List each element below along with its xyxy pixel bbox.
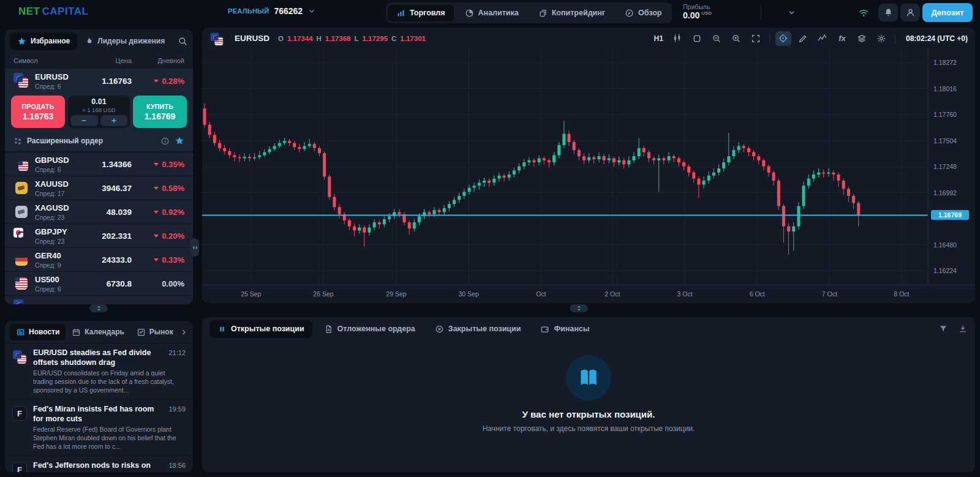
watchlist-resize-handle[interactable]: [89, 304, 108, 312]
layout-button[interactable]: [689, 31, 705, 46]
tab-copytrading[interactable]: Копитрейдинг: [530, 5, 614, 21]
chart-type-button[interactable]: [669, 31, 685, 46]
patterns-button[interactable]: [815, 31, 831, 46]
change: 0.92%: [162, 208, 184, 217]
watchlist-row-eurusd[interactable]: EURUSDСпред: 6 1.16763 0.28%: [5, 69, 193, 93]
buy-button[interactable]: КУПИТЬ 1.16769: [133, 96, 187, 128]
tab-closed-positions[interactable]: Закрытые позиции: [427, 320, 529, 338]
price-axis[interactable]: 1.16769 1.182721.180161.177601.175041.17…: [931, 49, 975, 285]
zoom-in-icon: [731, 34, 741, 43]
draw-button[interactable]: [795, 31, 811, 46]
chart-resize-handle[interactable]: [570, 304, 588, 312]
zoom-in-button[interactable]: [728, 31, 744, 46]
advanced-order-label[interactable]: Расширенный ордер: [27, 137, 103, 145]
timeframe-button[interactable]: H1: [652, 31, 666, 46]
close-circle-icon: [435, 325, 444, 334]
date-axis-label: 25 Sep: [236, 290, 266, 298]
symbol: GBPUSD: [35, 156, 78, 165]
column-price: Цена: [78, 57, 132, 64]
tab-news[interactable]: Новости: [10, 324, 66, 340]
chart-settings-button[interactable]: [873, 31, 889, 46]
tab-label: Торговля: [410, 9, 445, 17]
buy-label: КУПИТЬ: [133, 103, 187, 110]
change-arrow: [154, 258, 159, 261]
profit-label: Прибыль: [683, 3, 712, 10]
news-item[interactable]: F Fed's Miran insists Fed has room for m…: [5, 399, 193, 456]
logo-capital: CAPITAL: [42, 6, 89, 17]
deposit-button[interactable]: Депозит: [922, 3, 973, 22]
divider: [895, 33, 895, 44]
change-arrow: [154, 163, 159, 166]
crosshair-icon: [778, 33, 788, 43]
zoom-out-button[interactable]: [709, 31, 725, 46]
tab-trading[interactable]: Торговля: [388, 5, 454, 21]
symbol: GBPJPY: [35, 227, 78, 236]
pencil-icon: [798, 34, 808, 43]
chart-symbol[interactable]: EURUSD: [235, 34, 270, 43]
volume-increase-button[interactable]: [100, 115, 128, 126]
watchlist-row-ger40[interactable]: GER40Спред: 9 24333.0 0.33%: [5, 247, 193, 271]
notifications-button[interactable]: [878, 4, 898, 21]
download-icon[interactable]: [958, 324, 968, 334]
watchlist-row-xauusd[interactable]: XAUUSDСпред: 17 3946.37 0.58%: [5, 176, 193, 200]
crosshair-button[interactable]: [775, 31, 791, 46]
chart-toolbar: H1 fx 08:02:24 (UTC +0): [652, 31, 968, 46]
candlestick-chart[interactable]: [202, 49, 975, 285]
account-selector[interactable]: РЕАЛЬНЫЙ 766262: [228, 6, 316, 16]
news-item[interactable]: F Fed's Jefferson nods to risks on both …: [5, 456, 193, 472]
chevron-right-icon[interactable]: [179, 328, 188, 337]
tab-overview[interactable]: Обзор: [616, 5, 670, 21]
tab-label: Календарь: [85, 328, 124, 336]
spread: Спред: 6: [35, 166, 78, 173]
news-title: Fed's Jefferson nods to risks on both si…: [33, 461, 186, 472]
fullscreen-button[interactable]: [748, 31, 764, 46]
watchlist-row-us500[interactable]: US500Спред: 6 6730.8 0.00%: [5, 271, 193, 295]
ohlc-c-key: C: [391, 35, 396, 42]
date-axis-label: 3 Oct: [670, 290, 699, 298]
app-logo[interactable]: NETCAPITAL: [18, 6, 88, 18]
news-tabs: Новости Календарь Рынок: [5, 321, 193, 343]
filter-icon[interactable]: [938, 324, 948, 334]
market-chart-icon: [137, 328, 146, 337]
date-axis[interactable]: 25 Sep26 Sep29 Sep30 SepOct2 Oct3 Oct6 O…: [202, 285, 975, 303]
ohlc-high: 1.17368: [325, 35, 351, 42]
square-icon: [692, 34, 702, 43]
info-icon[interactable]: [160, 137, 170, 146]
indicators-button[interactable]: fx: [834, 31, 850, 46]
watchlist-row-eurgbp[interactable]: EURGBP 0.86897 0.07%: [5, 295, 193, 304]
watchlist-row-gbpusd[interactable]: GBPUSDСпред: 6 1.34366 0.35%: [5, 152, 193, 176]
watchlist-row-xagusd[interactable]: XAGUSDСпред: 23 48.039 0.92%: [5, 200, 193, 223]
sidebar-collapse-handle[interactable]: [190, 238, 199, 257]
news-time: 18:56: [168, 462, 186, 469]
chevron-down-icon: [307, 7, 316, 15]
ohlc-h-key: H: [317, 35, 322, 42]
favorite-star-icon[interactable]: [175, 136, 184, 146]
news-item[interactable]: EUR/USD steadies as Fed divide offsets s…: [5, 343, 193, 399]
eurusd-flag-icon: [211, 32, 222, 44]
trading-app: NETCAPITAL РЕАЛЬНЫЙ 766262 Торговля Анал…: [0, 0, 980, 477]
tab-calendar[interactable]: Календарь: [66, 324, 130, 340]
search-icon[interactable]: [178, 36, 188, 47]
sell-label: ПРОДАТЬ: [11, 103, 65, 110]
date-axis-label: 2 Oct: [598, 290, 627, 298]
bell-icon: [883, 7, 894, 18]
profit-currency: USD: [701, 10, 712, 16]
watchlist-row-gbpjpy[interactable]: GBPJPYСпред: 23 202.331 0.20%: [5, 223, 193, 247]
profile-button[interactable]: [900, 4, 920, 21]
tab-market[interactable]: Рынок: [130, 324, 179, 340]
tab-analytics[interactable]: Аналитика: [456, 5, 527, 21]
spread: Спред: 6: [35, 83, 78, 90]
date-axis-label: 30 Sep: [454, 290, 483, 298]
flame-icon: [85, 37, 93, 45]
tab-finances[interactable]: Финансы: [532, 320, 597, 338]
layers-button[interactable]: [854, 31, 870, 46]
profit-chevron-icon[interactable]: [787, 8, 796, 17]
tab-favorites[interactable]: Избранное: [10, 32, 77, 50]
sell-button[interactable]: ПРОДАТЬ 1.16763: [11, 96, 65, 128]
positions-tabs: Открытые позиции Отложенные ордера Закры…: [202, 317, 975, 340]
tab-pending-orders[interactable]: Отложенные ордера: [316, 320, 423, 338]
tab-movers[interactable]: Лидеры движения: [77, 32, 172, 50]
tab-open-positions[interactable]: Открытые позиции: [209, 320, 312, 338]
volume-decrease-button[interactable]: [70, 115, 98, 126]
tab-label: Финансы: [554, 325, 589, 333]
